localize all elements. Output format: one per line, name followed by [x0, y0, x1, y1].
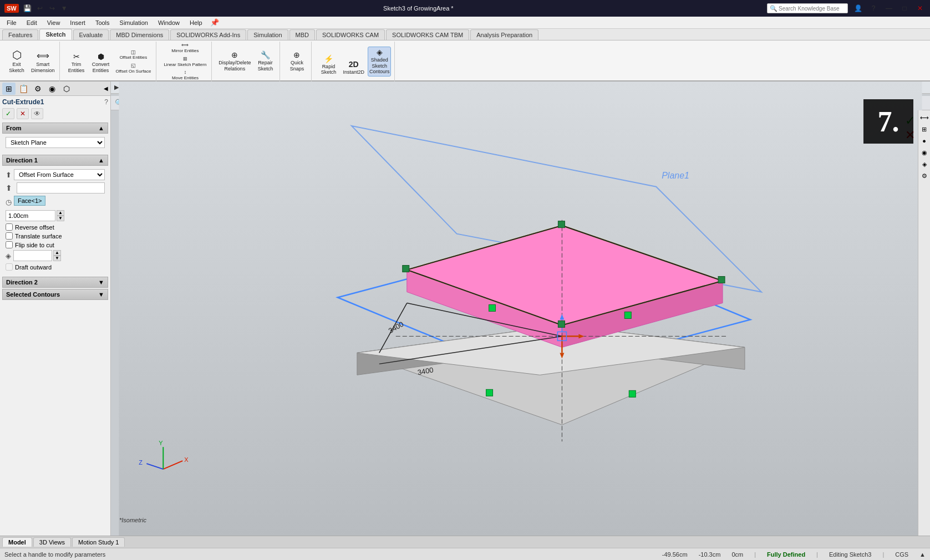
draft-spinner[interactable]: ▲ ▼	[53, 250, 61, 261]
direction2-label: Direction 2	[6, 279, 38, 286]
trim-entities-label: TrimEntities	[68, 62, 85, 74]
tab-sketch[interactable]: Sketch	[39, 29, 72, 40]
svg-rect-20	[489, 305, 496, 312]
rapid-sketch-btn[interactable]: ⚡ RapidSketch	[317, 54, 339, 77]
quick-snaps-btn[interactable]: ⊕ QuickSnaps	[286, 50, 308, 73]
face-chip[interactable]: Face<1>	[14, 196, 45, 206]
tab-analysis[interactable]: Analysis Preparation	[470, 29, 538, 40]
linear-pattern-btn[interactable]: ⊞ Linear Sketch Pattern	[162, 55, 208, 68]
undo-btn[interactable]: ↩	[34, 3, 45, 14]
draft-input[interactable]	[13, 250, 52, 261]
search-box[interactable]: 🔍	[767, 3, 848, 13]
menu-view[interactable]: View	[43, 18, 65, 27]
instant2d-btn[interactable]: 2D Instant2D	[342, 59, 365, 77]
translate-surface-checkbox[interactable]	[6, 232, 13, 240]
window-title: Sketch3 of GrowingArea *	[70, 5, 767, 12]
flip-side-label: Flip side to cut	[15, 242, 54, 248]
display-delete-relations-btn[interactable]: ⊕ Display/DeleteRelations	[217, 50, 252, 73]
maximize-btn[interactable]: □	[899, 3, 910, 14]
menu-simulation[interactable]: Simulation	[115, 18, 153, 27]
tab-evaluate[interactable]: Evaluate	[73, 29, 109, 40]
bottom-tab-motion[interactable]: Motion Study 1	[72, 537, 125, 547]
rs-render-btn[interactable]: ◈	[919, 159, 929, 169]
bottom-tab-3dviews[interactable]: 3D Views	[33, 537, 71, 547]
rs-zoom-btn[interactable]: ⊞	[919, 124, 929, 134]
flip-side-checkbox[interactable]	[6, 241, 13, 248]
distance-up-btn[interactable]: ▲	[57, 210, 64, 216]
instant2d-label: Instant2D	[343, 69, 364, 75]
menu-bar: File Edit View Insert Tools Simulation W…	[0, 17, 930, 29]
tab-cam-tbm[interactable]: SOLIDWORKS CAM TBM	[386, 29, 469, 40]
distance-input[interactable]	[6, 210, 55, 221]
display-tab-icon[interactable]: ◉	[45, 83, 59, 95]
rs-resize-btn[interactable]: ⟷	[919, 113, 929, 123]
direction1-type-select[interactable]: Offset From Surface	[14, 169, 105, 180]
menu-file[interactable]: File	[2, 18, 21, 27]
menu-insert[interactable]: Insert	[65, 18, 90, 27]
convert-entities-btn[interactable]: ⬢ ConvertEntities	[90, 52, 112, 75]
tab-addins[interactable]: SOLIDWORKS Add-Ins	[170, 29, 246, 40]
smart-dimension-label: SmartDimension	[31, 62, 55, 74]
redo-btn[interactable]: ↪	[47, 3, 58, 14]
distance-spinner[interactable]: ▲ ▼	[57, 210, 64, 221]
move-entities-btn[interactable]: ↕ Move Entities	[162, 69, 208, 81]
pm-help-icon[interactable]: ?	[104, 98, 108, 106]
shaded-sketch-contours-btn[interactable]: ◈ ShadedSketchContours	[368, 47, 392, 77]
reverse-offset-checkbox[interactable]	[6, 223, 13, 231]
rs-appearance-btn[interactable]: ●	[919, 136, 929, 146]
pin-icon[interactable]: 📌	[210, 18, 219, 27]
selected-contours-section-header[interactable]: Selected Contours ▼	[2, 289, 108, 300]
title-bar: SW 💾 ↩ ↪ ▼ Sketch3 of GrowingArea * 🔍 👤 …	[0, 0, 930, 17]
from-section-header[interactable]: From ▲	[2, 123, 108, 134]
from-select[interactable]: Sketch Plane	[6, 137, 105, 148]
tab-simulation[interactable]: Simulation	[247, 29, 288, 40]
pm-cancel-btn[interactable]: ✕	[17, 108, 29, 119]
from-section-content: Sketch Plane	[2, 135, 108, 152]
direction1-input[interactable]	[17, 182, 105, 194]
close-btn[interactable]: ✕	[914, 3, 926, 14]
offset-entities-btn[interactable]: ◫ Offset Entities	[114, 49, 153, 61]
exit-sketch-btn[interactable]: ⬡ ExitSketch	[6, 48, 28, 75]
right-sidebar: ⟷ ⊞ ● ◉ ◈ ⚙	[918, 110, 930, 536]
mirror-entities-btn[interactable]: ⟺ Mirror Entities	[162, 42, 208, 54]
menu-help[interactable]: Help	[185, 18, 207, 27]
rs-settings-btn[interactable]: ⚙	[919, 171, 929, 181]
bottom-tab-model[interactable]: Model	[2, 537, 32, 547]
pm-preview-btn[interactable]: 👁	[31, 108, 43, 119]
svg-text:X: X	[184, 456, 189, 463]
tab-mbd-dimensions[interactable]: MBD Dimensions	[110, 29, 169, 40]
ribbon-group-pattern: ⟺ Mirror Entities ⊞ Linear Sketch Patter…	[159, 42, 212, 82]
user-icon[interactable]: 👤	[852, 3, 863, 14]
menu-edit[interactable]: Edit	[22, 18, 42, 27]
menu-tools[interactable]: Tools	[91, 18, 114, 27]
collapse-panel-btn[interactable]: ◀	[104, 85, 108, 91]
config-tab-icon[interactable]: ⚙	[31, 83, 44, 95]
trim-entities-btn[interactable]: ✂ TrimEntities	[65, 52, 88, 75]
search-input[interactable]	[779, 6, 845, 12]
status-expand-btn[interactable]: ▲	[919, 551, 926, 558]
draft-up-btn[interactable]: ▲	[53, 250, 61, 256]
menu-window[interactable]: Window	[154, 18, 184, 27]
features-tab-icon[interactable]: ⊞	[2, 83, 16, 95]
repair-sketch-btn[interactable]: 🔧 RepairSketch	[254, 50, 276, 73]
save-btn[interactable]: 💾	[22, 3, 33, 14]
tab-mbd[interactable]: MBD	[289, 29, 315, 40]
help-icon[interactable]: ?	[868, 3, 879, 14]
offset-surface-btn[interactable]: ◱ Offset On Surface	[114, 62, 153, 74]
direction2-section-header[interactable]: Direction 2 ▼	[2, 277, 108, 288]
tab-cam[interactable]: SOLIDWORKS CAM	[316, 29, 385, 40]
draft-down-btn[interactable]: ▼	[53, 256, 61, 261]
pm-ok-btn[interactable]: ✓	[2, 108, 14, 119]
status-z: 0cm	[731, 551, 743, 558]
property-tab-icon[interactable]: 📋	[17, 83, 30, 95]
tab-features[interactable]: Features	[2, 29, 38, 40]
smart-dimension-btn[interactable]: ⟺ SmartDimension	[30, 50, 56, 75]
appearance-tab-icon[interactable]: ⬡	[60, 83, 73, 95]
minimize-btn[interactable]: —	[883, 3, 895, 14]
distance-down-btn[interactable]: ▼	[57, 216, 64, 221]
options-btn[interactable]: ▼	[59, 3, 70, 14]
draft-outward-checkbox[interactable]	[6, 263, 13, 271]
display-delete-label: Display/DeleteRelations	[218, 60, 251, 72]
direction1-section-header[interactable]: Direction 1 ▲	[2, 155, 108, 166]
rs-scene-btn[interactable]: ◉	[919, 147, 929, 157]
